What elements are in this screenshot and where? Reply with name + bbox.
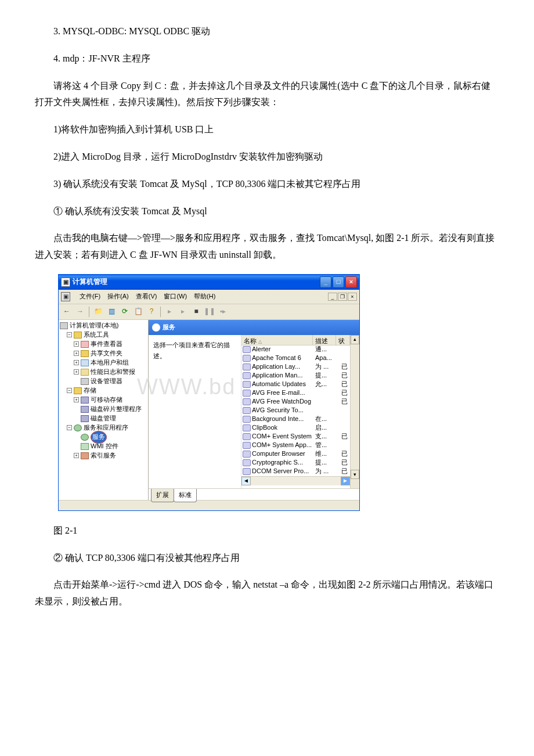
- tree-index-service[interactable]: + 索引服务: [60, 451, 147, 460]
- perf-icon: [81, 369, 89, 376]
- services-apps-icon: [74, 424, 82, 431]
- details-panel: 服务 WWW.bd 选择一个项目来查看它的描述。 名称 △ 描述 状: [149, 320, 359, 500]
- child-restore-button[interactable]: ❐: [338, 293, 347, 301]
- pause-button[interactable]: ❚❚: [204, 306, 215, 318]
- service-icon: [243, 451, 251, 458]
- para-step-3-1-detail: 点击我的电脑右键—>管理—>服务和应用程序，双击服务，查找 Tomcat\Mys…: [35, 230, 499, 264]
- help-button[interactable]: ?: [146, 306, 157, 318]
- minimize-button[interactable]: _: [320, 276, 331, 288]
- collapse-icon[interactable]: −: [67, 332, 72, 337]
- child-close-button[interactable]: ×: [348, 293, 357, 301]
- para-step-3-2: ② 确认 TCP 80,3306 端口有没被其他程序占用: [35, 550, 499, 567]
- service-icon: [243, 407, 251, 414]
- service-icon: [243, 424, 251, 431]
- collapse-icon[interactable]: −: [67, 425, 72, 430]
- computer-icon: [60, 322, 68, 329]
- properties-button[interactable]: ▥: [106, 306, 117, 318]
- scroll-down-button[interactable]: ▾: [351, 470, 359, 479]
- maximize-button[interactable]: □: [333, 276, 344, 288]
- refresh-button[interactable]: ⟳: [119, 306, 131, 318]
- menu-file[interactable]: 文件(F): [80, 291, 100, 303]
- disk-icon: [81, 415, 89, 422]
- play-button[interactable]: ▸: [164, 306, 175, 318]
- panel-tabs: 扩展 标准: [149, 488, 359, 500]
- service-desc: 允...: [315, 379, 338, 390]
- storage-icon: [74, 387, 82, 394]
- gear-icon: [152, 323, 160, 332]
- expand-icon[interactable]: +: [74, 341, 79, 347]
- scroll-up-button[interactable]: ▴: [351, 335, 359, 344]
- scroll-track[interactable]: [251, 477, 341, 485]
- up-button[interactable]: 📁: [92, 306, 104, 318]
- restart-button[interactable]: ▪▸: [217, 306, 229, 318]
- scroll-right-button[interactable]: ►: [341, 477, 350, 485]
- expand-icon[interactable]: +: [74, 397, 79, 402]
- expand-icon[interactable]: +: [74, 369, 79, 375]
- child-minimize-button[interactable]: _: [328, 293, 337, 301]
- back-button[interactable]: ←: [61, 306, 73, 318]
- export-button[interactable]: 📋: [132, 306, 144, 318]
- service-icon: [243, 468, 251, 475]
- play2-button[interactable]: ▸: [177, 306, 189, 318]
- service-status: 已: [338, 396, 350, 408]
- para-3-mysql-odbc: 3. MYSQL-ODBC: MYSQL ODBC 驱动: [35, 23, 499, 40]
- menu-view[interactable]: 查看(V): [136, 291, 157, 303]
- device-icon: [81, 378, 89, 385]
- wmi-icon: [81, 443, 89, 450]
- panel-title: 服务: [163, 322, 175, 333]
- scroll-left-button[interactable]: ◄: [241, 477, 251, 485]
- para-step-2: 2)进入 MicroDog 目录，运行 MicroDogInstdrv 安装软件…: [35, 149, 499, 165]
- para-step-1: 1)将软件加密狗插入到计算机 USB 口上: [35, 121, 499, 138]
- tree-services-apps[interactable]: − 服务和应用程序: [60, 423, 147, 433]
- forward-button[interactable]: →: [74, 306, 86, 318]
- service-icon: [243, 355, 251, 362]
- service-icon: [243, 390, 251, 397]
- para-step-3-2-detail: 点击开始菜单->运行->cmd 进入 DOS 命令，输入 netstat –a …: [35, 577, 499, 610]
- description-prompt: 选择一个项目来查看它的描述。: [153, 341, 230, 360]
- child-app-icon: ▣: [61, 292, 70, 301]
- service-icon: [243, 433, 251, 440]
- computer-management-window: ▣ 计算机管理 _ □ × ▣ 文件(F) 操作(A) 查看(V) 窗口(W) …: [58, 274, 360, 511]
- toolbar: ← → 📁 ▥ ⟳ 📋 ? ▸ ▸ ■ ❚❚ ▪▸: [59, 304, 359, 320]
- col-status-header[interactable]: 状: [336, 335, 350, 345]
- service-icon: [243, 363, 251, 370]
- service-row[interactable]: DCOM Server Pro...为 ...已: [241, 467, 350, 476]
- service-status: 已: [338, 431, 350, 442]
- close-button[interactable]: ×: [345, 276, 357, 288]
- users-icon: [81, 359, 89, 366]
- horizontal-scrollbar[interactable]: ◄ ►: [241, 476, 350, 485]
- figure-caption-2-1: 图 2-1: [35, 523, 499, 539]
- expand-icon[interactable]: +: [74, 351, 79, 356]
- services-list: 名称 △ 描述 状 Alerter通...Apache Tomcat 6Apa.…: [241, 335, 350, 488]
- menubar: ▣ 文件(F) 操作(A) 查看(V) 窗口(W) 帮助(H) _ ❐ ×: [59, 290, 359, 304]
- service-icon: [243, 416, 251, 423]
- collapse-icon[interactable]: −: [67, 388, 72, 393]
- col-name-header[interactable]: 名称 △: [241, 335, 313, 345]
- panel-body: WWW.bd 选择一个项目来查看它的描述。 名称 △ 描述 状 Alerter通…: [149, 335, 359, 488]
- defrag-icon: [81, 406, 89, 413]
- window-titlebar: ▣ 计算机管理 _ □ ×: [59, 275, 359, 290]
- statusbar: [59, 500, 359, 510]
- tree-device-manager[interactable]: 设备管理器: [60, 377, 147, 386]
- expand-icon[interactable]: +: [74, 453, 79, 458]
- toolbar-separator-2: [160, 307, 161, 317]
- col-desc-header[interactable]: 描述: [313, 335, 336, 345]
- expand-icon[interactable]: +: [74, 360, 79, 365]
- tab-extended[interactable]: 扩展: [151, 489, 174, 502]
- stop-button[interactable]: ■: [190, 306, 202, 318]
- app-icon: ▣: [61, 278, 70, 287]
- content-area: 计算机管理(本地) − 系统工具 + 事件查看器 + 共享文件夹 + 本地用户和…: [59, 320, 359, 500]
- service-icon: [243, 398, 251, 405]
- index-icon: [81, 452, 89, 459]
- para-step-3-1: ① 确认系统有没安装 Tomcat 及 Mysql: [35, 203, 499, 220]
- service-icon: [243, 381, 251, 388]
- tab-standard[interactable]: 标准: [174, 489, 197, 502]
- vertical-scrollbar[interactable]: ▴ ▾: [350, 335, 359, 488]
- service-icon: [243, 346, 251, 353]
- service-icon: [243, 442, 251, 449]
- tree-panel: 计算机管理(本地) − 系统工具 + 事件查看器 + 共享文件夹 + 本地用户和…: [59, 320, 149, 500]
- menu-action[interactable]: 操作(A): [107, 291, 129, 303]
- services-icon: [81, 434, 89, 441]
- menu-help[interactable]: 帮助(H): [194, 291, 215, 303]
- menu-window[interactable]: 窗口(W): [164, 291, 187, 303]
